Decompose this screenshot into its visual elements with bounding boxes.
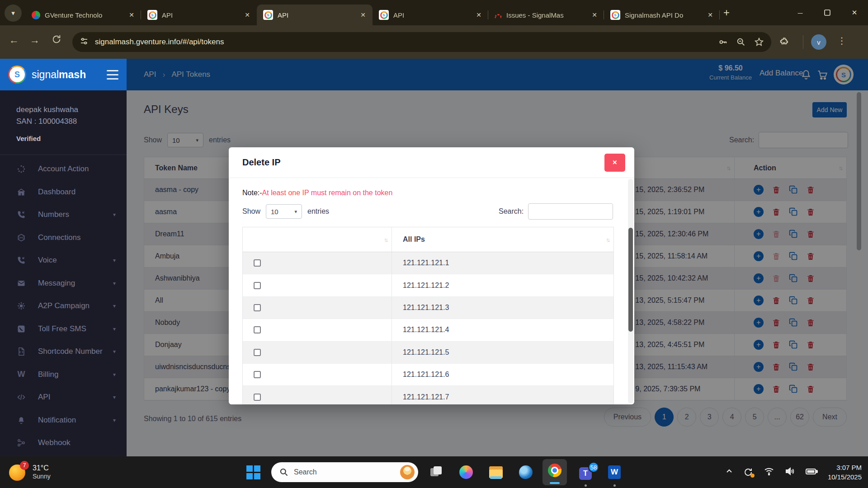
ip-checkbox[interactable] bbox=[254, 259, 261, 267]
browser-tab[interactable]: API✕ bbox=[257, 5, 373, 25]
tab-close-icon[interactable]: ✕ bbox=[474, 10, 484, 20]
sidebar-item-shortcode-number[interactable]: Shortcode Number▾ bbox=[0, 340, 127, 363]
wifi-icon[interactable] bbox=[764, 466, 774, 479]
ip-select-cell bbox=[243, 319, 392, 341]
password-key-icon[interactable] bbox=[718, 37, 728, 47]
new-tab-button[interactable]: + bbox=[723, 6, 730, 19]
running-indicator bbox=[585, 484, 587, 487]
sidebar-item-dashboard[interactable]: Dashboard bbox=[0, 181, 127, 204]
forward-button[interactable]: → bbox=[30, 34, 40, 46]
teams-icon[interactable]: T 58 bbox=[579, 465, 599, 480]
tab-close-icon[interactable]: ✕ bbox=[358, 10, 368, 20]
ip-value-cell: 121.121.121.7 bbox=[392, 386, 613, 404]
sidebar-toggle-icon[interactable] bbox=[107, 70, 118, 80]
browser-profile-avatar[interactable]: v bbox=[811, 34, 826, 50]
signalmash-favicon bbox=[263, 10, 273, 20]
signalmash-logo-icon bbox=[8, 66, 26, 84]
sidebar-item-toll-free-sms[interactable]: Toll Free SMS▾ bbox=[0, 318, 127, 341]
sidebar-item-api[interactable]: API▾ bbox=[0, 386, 127, 409]
browser-toolbar: ← → signalmash.gventure.info/#/api/token… bbox=[0, 25, 868, 59]
note-text: At least one IP must remain on the token bbox=[262, 189, 393, 197]
word-icon[interactable]: W bbox=[608, 465, 621, 479]
chevron-down-icon: ▾ bbox=[113, 394, 116, 400]
modal-page-size-select[interactable]: 10▾ bbox=[266, 204, 302, 219]
modal-close-button[interactable]: ✕ bbox=[604, 154, 625, 172]
ip-checkbox[interactable] bbox=[254, 304, 261, 311]
column-select[interactable]: ↑↓ bbox=[243, 227, 392, 252]
chevron-down-icon: ▾ bbox=[113, 371, 116, 378]
site-settings-icon[interactable] bbox=[80, 37, 89, 47]
update-sync-icon[interactable] bbox=[743, 467, 754, 478]
modal-note: Note:-At least one IP must remain on the… bbox=[242, 189, 392, 197]
start-button[interactable] bbox=[246, 465, 260, 479]
code-icon bbox=[16, 393, 26, 402]
ip-select-cell bbox=[243, 364, 392, 385]
weather-widget[interactable]: 7 31°C Sunny bbox=[9, 461, 51, 482]
weather-condition: Sunny bbox=[33, 473, 51, 480]
ip-select-cell bbox=[243, 252, 392, 274]
volume-icon[interactable] bbox=[784, 466, 795, 479]
sidebar-item-account-action[interactable]: Account Action bbox=[0, 158, 127, 181]
sidebar-item-webhook[interactable]: Webhook bbox=[0, 432, 127, 455]
reload-button[interactable] bbox=[52, 34, 61, 47]
tab-search-button[interactable]: ▾ bbox=[5, 5, 22, 22]
sidebar-item-numbers[interactable]: Numbers▾ bbox=[0, 203, 127, 226]
url-bar[interactable]: signalmash.gventure.info/#/api/tokens bbox=[72, 32, 771, 52]
user-status-badge: Verified bbox=[16, 133, 127, 145]
ip-checkbox[interactable] bbox=[254, 282, 261, 289]
copilot-icon[interactable] bbox=[459, 465, 473, 479]
ip-checkbox[interactable] bbox=[254, 371, 261, 378]
sidebar-item-connections[interactable]: Connections bbox=[0, 226, 127, 249]
task-view-icon[interactable] bbox=[430, 466, 442, 478]
tab-title: Issues - SignalMas bbox=[506, 11, 590, 19]
tab-close-icon[interactable]: ✕ bbox=[242, 10, 252, 20]
battery-icon[interactable] bbox=[805, 466, 818, 479]
tab-close-icon[interactable]: ✕ bbox=[127, 10, 137, 20]
ip-checkbox[interactable] bbox=[254, 349, 261, 356]
file-explorer-icon[interactable] bbox=[489, 466, 503, 478]
minimize-button[interactable]: ─ bbox=[787, 0, 814, 25]
browser-tab[interactable]: GVenture Technolo✕ bbox=[25, 5, 141, 25]
running-indicator bbox=[613, 484, 616, 487]
tab-close-icon[interactable]: ✕ bbox=[705, 10, 715, 20]
browser-menu-icon[interactable]: ⋮ bbox=[837, 35, 846, 46]
browser-tab[interactable]: Signalmash API Do✕ bbox=[604, 5, 720, 25]
sidebar-item-a2p-campaign[interactable]: A2P Campaign▾ bbox=[0, 295, 127, 318]
sidebar-item-label: Numbers bbox=[38, 210, 113, 219]
maximize-button[interactable] bbox=[814, 0, 841, 25]
modal-search-input[interactable] bbox=[528, 203, 613, 220]
sidebar-item-label: Dashboard bbox=[38, 188, 116, 197]
column-all-ips[interactable]: All IPs ↑↓ bbox=[392, 227, 613, 252]
taskbar-search[interactable]: Search bbox=[271, 462, 418, 482]
browser-tab[interactable]: API✕ bbox=[373, 5, 488, 25]
thunderbird-icon[interactable] bbox=[519, 465, 533, 479]
ip-checkbox[interactable] bbox=[254, 326, 261, 333]
chrome-taskbar-active[interactable] bbox=[542, 459, 567, 485]
tray-chevron-icon[interactable] bbox=[726, 468, 733, 477]
teams-badge: 58 bbox=[588, 462, 599, 473]
tab-close-icon[interactable]: ✕ bbox=[590, 10, 599, 20]
show-label: Show bbox=[242, 207, 260, 216]
close-window-button[interactable]: ✕ bbox=[841, 0, 868, 25]
sidebar-item-notification[interactable]: Notification▾ bbox=[0, 409, 127, 432]
sidebar-item-label: Webhook bbox=[38, 438, 116, 447]
url-text: signalmash.gventure.info/#/api/tokens bbox=[95, 38, 710, 47]
extensions-icon[interactable] bbox=[779, 36, 790, 49]
billing-icon: W bbox=[16, 370, 26, 379]
browser-tab[interactable]: API✕ bbox=[141, 5, 257, 25]
bookmark-star-icon[interactable] bbox=[754, 37, 764, 47]
zoom-out-icon[interactable] bbox=[736, 37, 746, 47]
clock[interactable]: 3:07 PM 10/15/2025 bbox=[828, 463, 862, 482]
phone-icon bbox=[16, 256, 26, 265]
home-icon bbox=[16, 188, 26, 197]
sidebar-item-billing[interactable]: WBilling▾ bbox=[0, 363, 127, 386]
search-label: Search: bbox=[499, 207, 524, 216]
chevron-down-icon: ▾ bbox=[113, 326, 116, 332]
browser-tab[interactable]: Issues - SignalMas✕ bbox=[488, 5, 604, 25]
back-button[interactable]: ← bbox=[9, 34, 19, 46]
ip-checkbox[interactable] bbox=[254, 394, 261, 401]
sidebar-item-voice[interactable]: Voice▾ bbox=[0, 249, 127, 272]
sidebar-item-messaging[interactable]: Messaging▾ bbox=[0, 272, 127, 295]
modal-scrollbar[interactable] bbox=[628, 179, 633, 404]
phone-square-icon bbox=[16, 324, 26, 333]
